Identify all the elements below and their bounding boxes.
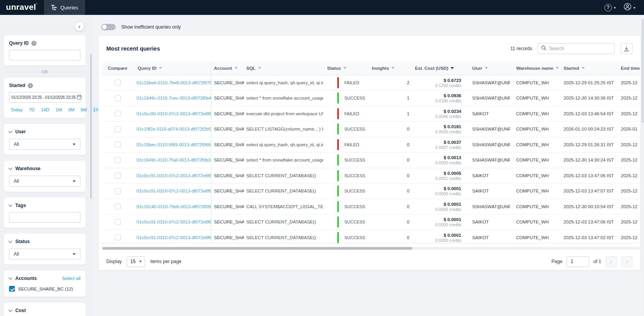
unravel-logo: unravel [0,2,44,13]
compare-checkbox[interactable] [115,142,121,147]
query-id-link[interactable]: 01c1649c-0110-75af-0013-df072f0b38c2 [133,158,211,162]
chevron-down-icon: ▾ [633,5,635,10]
status-cell: FAILED [323,106,367,122]
status-cell: SUCCESS [323,230,367,244]
select-all-link[interactable]: Select all [62,276,80,281]
account-checkbox[interactable] [9,286,15,292]
search-input[interactable] [549,46,611,51]
time-range-option[interactable]: Today [9,107,24,113]
compare-checkbox[interactable] [115,203,121,209]
col-sql[interactable]: SQL [244,62,323,75]
page-scrollbar[interactable] [642,17,644,315]
chevron-down-icon [9,129,13,133]
user-cell: SSHASWAT@UNRA.. [465,122,510,137]
table-title: Most recent queries [106,45,160,52]
col-est-cost[interactable]: Est. Cost (USD) [414,62,465,75]
cost-cell: $ 0.09360.0180 credits [414,91,465,106]
status-section-header[interactable]: Status [9,239,80,244]
col-user[interactable]: User [465,62,510,75]
warehouse-select[interactable]: All [9,176,80,187]
query-id-link[interactable]: 01c15bec-0110-5f69-0013-df072f06663e [133,142,211,147]
account-label: SECURE_SHARE_BC (12) [18,287,73,291]
cost-section-header[interactable]: Cost [9,308,80,313]
cost-cell: $ 0.00010.0000 credits [414,199,465,214]
status-indicator [337,108,339,119]
compare-checkbox[interactable] [115,188,121,194]
insights-cell: 0 [367,153,414,168]
query-id-link[interactable]: 01c15beb-0110-7be8-0013-df072f07513a [133,80,211,85]
col-started[interactable]: Started [555,62,614,75]
insights-cell: 0 [367,168,414,183]
sql-cell: SELECT CURRENT_DATABASE() [244,230,323,243]
cost-cell: $ 0.00010.0000 credits [414,214,465,230]
time-range-option[interactable]: 3M [66,107,76,113]
compare-checkbox[interactable] [115,219,121,225]
query-id-link[interactable]: 01c0cc91-0310-07c2-0013-df072e8f6aee [133,173,211,178]
info-icon: i [31,41,36,46]
warehouse-section-header[interactable]: Warehouse [9,166,80,171]
status-indicator [337,232,339,243]
col-account[interactable]: Account [211,62,244,75]
query-id-input[interactable] [9,50,80,60]
calendar-icon [77,94,82,101]
date-range-input[interactable]: 01/12/2025 23:25 - 01/12/2026 23:25 [9,92,80,103]
compare-checkbox[interactable] [115,111,121,116]
download-button[interactable] [620,43,633,54]
query-id-link[interactable]: 01c0cc91-0310-07c2-0013-df072e8f6b16 [133,189,211,193]
time-range-option[interactable]: 14D [39,107,51,113]
sidebar-collapse-button[interactable]: ‹ [75,22,84,31]
page-of-label: of 1 [593,259,601,264]
compare-checkbox[interactable] [115,80,121,85]
chevron-down-icon [9,276,13,280]
accounts-section-header[interactable]: Accounts [9,276,37,281]
compare-checkbox[interactable] [115,157,121,163]
user-cell: SSHASWAT@UNRA.. [465,75,510,91]
query-id-link[interactable]: 01c0cc91-0310-07c2-0013-df072e8f6a76 [133,235,211,240]
next-page-button[interactable]: › [621,256,633,267]
compare-checkbox[interactable] [115,234,121,240]
status-select[interactable]: All [9,249,80,260]
col-status[interactable]: Status [323,62,367,75]
col-query-id[interactable]: Query ID [133,62,211,75]
filters-sidebar: ‹ Query ID i OR Started i 01/12/2025 23:… [0,15,94,316]
page-size-select[interactable]: 15 [127,256,145,267]
query-id-link[interactable]: 01c0cc91-0310-07c2-0013-df072e8f6ace [133,220,211,224]
col-warehouse[interactable]: Warehouse name [510,62,555,75]
query-id-link[interactable]: 01c1649c-0110-7cec-0013-df072f0b4812 [133,96,211,100]
help-menu[interactable]: ? ▾ [604,4,616,11]
user-section-header[interactable]: User [9,129,80,134]
query-id-link[interactable]: 01c16140-0110-79e6-0013-df072f098cba [133,204,211,209]
tags-input[interactable] [9,212,80,223]
user-menu[interactable]: ▾ [624,3,635,12]
time-range-option[interactable]: 7D [27,107,36,113]
time-range-option[interactable]: 6M [79,107,88,113]
table-horizontal-scrollbar [102,247,640,250]
info-icon: i [28,83,33,88]
cost-cell: $ 0.01810.0035 credits [414,122,465,137]
query-id-link[interactable]: 01c0cc90-0310-07c2-0013-df072e8f69e2 [133,111,211,116]
time-range-option[interactable]: 1M [54,107,64,113]
col-end-time[interactable]: End time [614,62,640,75]
account-cell: SECURE_SHA.. [211,122,244,137]
started-cell: 2026-01-10 00:24:23 IST [555,122,614,137]
page-number-input[interactable] [567,256,589,267]
page-scrollbar-thumb[interactable] [642,19,644,123]
inefficient-queries-toggle[interactable] [101,24,116,30]
query-id-link[interactable]: 01c19f2e-0110-a074-0013-df072f2b5cce [133,127,211,131]
sidebar-scrollbar[interactable] [90,54,92,199]
compare-checkbox[interactable] [115,95,121,101]
sql-cell: CALL SYSTEM$ACCEPT_LEGAL_TER... [244,199,323,214]
scrollbar-thumb[interactable] [102,247,412,250]
col-insights[interactable]: Insights [367,62,414,75]
compare-checkbox[interactable] [115,173,121,178]
previous-page-button[interactable]: ‹ [606,256,617,267]
started-cell: 2025-12-03 13:47:06 IST [555,168,614,183]
sql-cell: select * from snowflake.account_usage.q.… [244,91,323,106]
chevron-down-icon [73,253,76,255]
chevron-down-icon [9,166,13,170]
tags-section-header[interactable]: Tags [9,203,80,208]
tab-queries[interactable]: Queries [44,0,86,15]
compare-checkbox[interactable] [115,126,121,132]
user-select[interactable]: All [9,139,80,150]
started-cell: 2025-12-03 13:47:02 IST [555,230,614,243]
